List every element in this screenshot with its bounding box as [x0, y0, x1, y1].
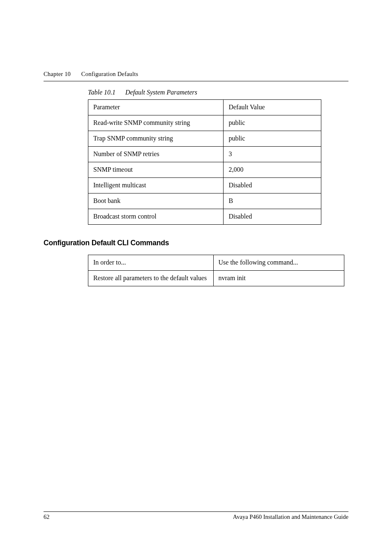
param-cell: Number of SNMP retries [88, 147, 224, 162]
command-cell: nvram init [213, 271, 344, 286]
table-caption-label: Table 10.1 [88, 89, 115, 96]
param-cell: Intelligent multicast [88, 178, 224, 193]
running-head: Chapter 10 Configuration Defaults [44, 71, 348, 78]
table-row: SNMP timeout 2,000 [88, 162, 321, 178]
table-caption: Table 10.1Default System Parameters [88, 89, 348, 96]
value-cell: 2,000 [224, 162, 321, 178]
book-title: Avaya P460 Installation and Maintenance … [233, 514, 348, 520]
value-cell: public [224, 131, 321, 147]
section-heading-cli-commands: Configuration Default CLI Commands [44, 239, 348, 247]
table-header-row: In order to... Use the following command… [88, 255, 344, 271]
param-cell: Broadcast storm control [88, 209, 224, 225]
param-cell: Trap SNMP community string [88, 131, 224, 147]
value-cell: B [224, 193, 321, 209]
action-cell: Restore all parameters to the default va… [88, 271, 214, 286]
param-cell: SNMP timeout [88, 162, 224, 178]
table-row: Broadcast storm control Disabled [88, 209, 321, 225]
header-default-value: Default Value [224, 100, 321, 115]
value-cell: 3 [224, 147, 321, 162]
header-rule [44, 81, 348, 81]
table-row: Boot bank B [88, 193, 321, 209]
table-caption-text: Default System Parameters [125, 89, 197, 96]
table-row: Read-write SNMP community string public [88, 115, 321, 131]
header-use-command: Use the following command... [213, 255, 344, 271]
running-head-title: Configuration Defaults [81, 71, 138, 77]
default-parameters-table: Parameter Default Value Read-write SNMP … [88, 99, 321, 225]
page: Chapter 10 Configuration Defaults Table … [0, 0, 392, 555]
value-cell: public [224, 115, 321, 131]
cli-commands-table: In order to... Use the following command… [88, 255, 344, 286]
running-head-chapter: Chapter 10 [44, 71, 71, 77]
table-row: Intelligent multicast Disabled [88, 178, 321, 193]
page-number: 62 [44, 514, 50, 520]
param-cell: Boot bank [88, 193, 224, 209]
value-cell: Disabled [224, 178, 321, 193]
content-block: Table 10.1Default System Parameters Para… [88, 89, 348, 225]
page-footer: 62 Avaya P460 Installation and Maintenan… [44, 511, 348, 520]
header-in-order-to: In order to... [88, 255, 214, 271]
table-row: Restore all parameters to the default va… [88, 271, 344, 286]
footer-rule [44, 511, 348, 512]
table-row: Trap SNMP community string public [88, 131, 321, 147]
table-header-row: Parameter Default Value [88, 100, 321, 115]
content-block-2: In order to... Use the following command… [88, 255, 348, 286]
table-row: Number of SNMP retries 3 [88, 147, 321, 162]
header-parameter: Parameter [88, 100, 224, 115]
param-cell: Read-write SNMP community string [88, 115, 224, 131]
value-cell: Disabled [224, 209, 321, 225]
